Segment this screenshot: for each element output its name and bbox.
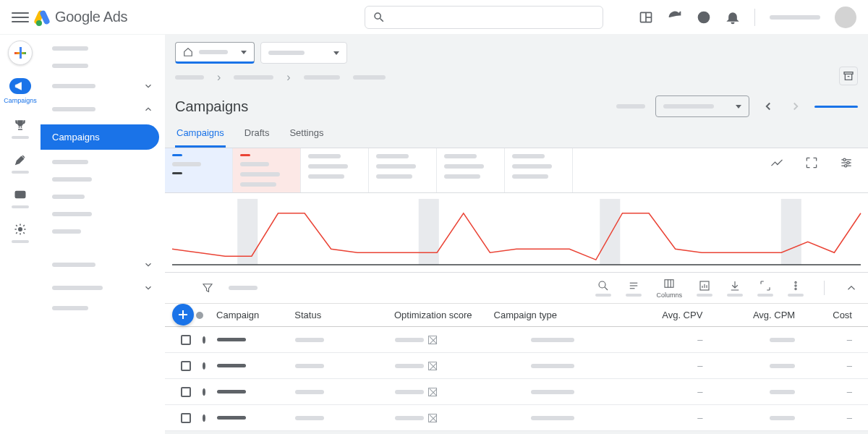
table-row[interactable]: – – bbox=[165, 353, 868, 379]
col-cpm[interactable]: Avg. CPM bbox=[708, 310, 801, 320]
table-row[interactable]: – – bbox=[165, 379, 868, 405]
search-icon bbox=[597, 279, 610, 292]
avatar[interactable] bbox=[835, 7, 856, 28]
archive-button[interactable] bbox=[839, 67, 858, 85]
row-checkbox[interactable] bbox=[181, 387, 191, 397]
create-button[interactable] bbox=[8, 41, 33, 65]
row-checkbox[interactable] bbox=[181, 335, 191, 345]
table-row[interactable]: – – bbox=[165, 327, 868, 353]
svg-point-4 bbox=[704, 20, 705, 20]
status-dot[interactable] bbox=[203, 362, 205, 370]
home-icon bbox=[183, 47, 193, 57]
tab-campaigns[interactable]: Campaigns bbox=[175, 120, 226, 148]
metric-card[interactable] bbox=[301, 148, 369, 192]
date-range-selector[interactable] bbox=[655, 95, 749, 117]
col-status[interactable]: Status bbox=[289, 310, 388, 320]
svg-rect-15 bbox=[237, 199, 258, 265]
side-group[interactable] bbox=[46, 257, 159, 273]
side-item[interactable] bbox=[46, 226, 159, 237]
status-dot[interactable] bbox=[203, 414, 205, 422]
trophy-icon bbox=[14, 119, 27, 132]
table-reports[interactable] bbox=[697, 279, 712, 297]
side-item[interactable] bbox=[46, 61, 159, 71]
collapse-icon[interactable] bbox=[845, 281, 858, 294]
side-item[interactable] bbox=[46, 303, 159, 313]
row-checkbox[interactable] bbox=[181, 413, 191, 423]
logo-product: Google bbox=[55, 9, 101, 25]
svg-rect-5 bbox=[15, 192, 25, 198]
metric-card[interactable] bbox=[369, 148, 437, 192]
performance-chart bbox=[165, 193, 868, 273]
table-columns[interactable]: Columns bbox=[656, 277, 682, 299]
expand-icon bbox=[759, 279, 772, 292]
metric-card-warn[interactable] bbox=[233, 148, 301, 192]
rail-tools[interactable] bbox=[9, 152, 31, 174]
table-expand[interactable] bbox=[757, 279, 773, 297]
status-dot-header[interactable] bbox=[196, 312, 203, 319]
menu-icon[interactable] bbox=[12, 9, 29, 26]
svg-point-32 bbox=[795, 281, 796, 283]
side-group[interactable] bbox=[46, 101, 159, 117]
main: ›› Campaigns Campaigns Drafts Settings bbox=[165, 35, 868, 434]
rail-goals[interactable] bbox=[9, 117, 31, 139]
tab-settings[interactable]: Settings bbox=[288, 120, 325, 148]
side-active-campaigns[interactable]: Campaigns bbox=[41, 124, 159, 150]
side-item[interactable] bbox=[46, 209, 159, 219]
opt-unavailable-icon bbox=[428, 336, 437, 344]
side-group[interactable] bbox=[46, 78, 159, 94]
table-download[interactable] bbox=[727, 279, 743, 297]
adjust-icon[interactable] bbox=[839, 156, 854, 170]
logo[interactable]: Google Ads bbox=[35, 9, 127, 26]
filter-icon[interactable] bbox=[201, 281, 214, 294]
col-campaign[interactable]: Campaign bbox=[210, 310, 289, 320]
rail-admin[interactable] bbox=[9, 221, 31, 243]
add-campaign-button[interactable] bbox=[172, 304, 194, 326]
breadcrumb-trail: ›› bbox=[165, 71, 868, 88]
search-icon bbox=[373, 11, 386, 24]
metric-card[interactable] bbox=[437, 148, 505, 192]
col-opt[interactable]: Optimization score bbox=[388, 310, 488, 320]
tab-drafts[interactable]: Drafts bbox=[243, 120, 271, 148]
metric-card-selected[interactable] bbox=[165, 148, 233, 192]
date-prev[interactable] bbox=[760, 98, 777, 115]
opt-unavailable-icon bbox=[428, 414, 437, 422]
table-more[interactable] bbox=[788, 279, 804, 297]
status-dot[interactable] bbox=[203, 388, 205, 396]
metric-card[interactable] bbox=[505, 148, 573, 192]
svg-rect-25 bbox=[665, 280, 673, 288]
notifications-icon[interactable] bbox=[726, 10, 740, 25]
side-item[interactable] bbox=[46, 174, 159, 184]
side-group[interactable] bbox=[46, 280, 159, 296]
megaphone-icon bbox=[14, 80, 27, 93]
refresh-icon[interactable] bbox=[668, 10, 682, 25]
status-dot[interactable] bbox=[203, 336, 205, 344]
side-item[interactable] bbox=[46, 192, 159, 202]
col-type[interactable]: Campaign type bbox=[488, 310, 616, 320]
table-row[interactable]: – – bbox=[165, 405, 868, 431]
expand-icon[interactable] bbox=[804, 156, 819, 170]
side-item[interactable] bbox=[46, 43, 159, 54]
col-cpv[interactable]: Avg. CPV bbox=[616, 310, 709, 320]
scope-selector[interactable] bbox=[260, 42, 347, 64]
gear-icon bbox=[14, 223, 27, 236]
chevron-down-icon bbox=[143, 81, 153, 91]
row-checkbox[interactable] bbox=[181, 361, 191, 371]
download-icon bbox=[728, 279, 741, 292]
account-selector[interactable] bbox=[175, 42, 255, 64]
opt-unavailable-icon bbox=[428, 362, 437, 370]
col-cost[interactable]: Cost bbox=[801, 310, 858, 320]
rail-billing[interactable] bbox=[9, 187, 31, 208]
help-icon[interactable] bbox=[697, 10, 711, 25]
side-item[interactable] bbox=[46, 157, 159, 167]
date-next[interactable] bbox=[787, 98, 804, 115]
chart-toggle-icon[interactable] bbox=[770, 156, 784, 170]
account-placeholder bbox=[770, 15, 820, 20]
table-segment[interactable] bbox=[626, 279, 642, 297]
report-icon bbox=[698, 279, 711, 292]
more-icon bbox=[789, 279, 802, 292]
search-input[interactable] bbox=[365, 6, 603, 29]
reports-icon[interactable] bbox=[639, 10, 653, 25]
table-search[interactable] bbox=[595, 279, 611, 297]
tools-icon bbox=[14, 153, 27, 166]
rail-campaigns[interactable]: Campaigns bbox=[4, 78, 37, 104]
